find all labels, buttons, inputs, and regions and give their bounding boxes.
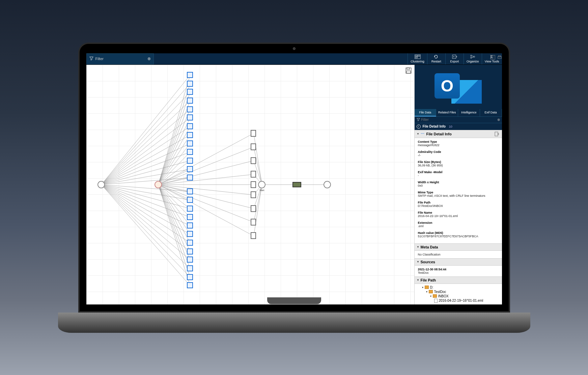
graph-node-hub[interactable] (155, 181, 162, 188)
svg-line-37 (101, 185, 190, 243)
clear-filter-icon[interactable]: ⊗ (497, 118, 500, 122)
graph-node-stack[interactable] (187, 123, 193, 129)
export-button[interactable]: X Export (445, 53, 464, 64)
graph-node-doc[interactable] (251, 130, 256, 137)
restart-button[interactable]: Restart (427, 53, 445, 64)
section-file-detail[interactable]: ▾ ⋯ File Detail Info (415, 130, 502, 138)
graph-node-stack[interactable] (187, 206, 193, 212)
graph-edges (86, 65, 414, 304)
svg-line-47 (158, 109, 190, 184)
tab-exif-data[interactable]: Exif Data (480, 109, 502, 116)
graph-node-device[interactable] (292, 182, 301, 187)
graph-node-doc[interactable] (251, 181, 256, 188)
detail-filter-input[interactable] (421, 118, 496, 122)
tree-label: 2016-04-22-19~16^01-01.eml (439, 299, 483, 302)
laptop-screen: ⊗ Clustering Restart X Export Organi (78, 43, 510, 313)
chevron-down-icon: ▾ (417, 278, 419, 282)
graph-node-stack[interactable] (187, 188, 193, 194)
svg-point-11 (471, 57, 472, 58)
filter-icon (417, 118, 420, 122)
layout-icon[interactable] (491, 55, 495, 60)
tree-row-file[interactable]: 2016-04-22-19~16^01-01.eml (418, 298, 499, 303)
graph-node-stack[interactable] (187, 282, 193, 288)
tab-related-files[interactable]: Related Files (436, 109, 458, 116)
source-timestamp: 2021-12-30 08:54:44 (418, 268, 499, 271)
section-file-path-tree[interactable]: ▾ File Path (415, 276, 502, 284)
svg-line-63 (158, 185, 190, 251)
graph-node-stack[interactable] (187, 197, 193, 203)
clustering-button[interactable]: Clustering (408, 53, 427, 64)
tree-label: D: (430, 286, 433, 289)
graph-node-stack[interactable] (187, 274, 193, 280)
graph-node-stack[interactable] (187, 81, 193, 87)
section-meta-data[interactable]: ▾ Meta Data (415, 243, 502, 251)
svg-line-19 (101, 83, 190, 184)
folder-icon (433, 294, 437, 298)
detail-filter-bar: ⊗ (415, 116, 502, 123)
graph-node-doc[interactable] (251, 219, 256, 225)
tree-row-inbox[interactable]: ▾ INBOX (418, 294, 499, 298)
graph-node-doc[interactable] (251, 191, 256, 198)
svg-line-18 (101, 75, 190, 185)
svg-line-14 (472, 57, 474, 58)
svg-rect-5 (416, 55, 417, 56)
graph-node-doc[interactable] (251, 157, 256, 164)
svg-line-55 (158, 178, 190, 184)
field-width-height: Width x Height 0x0 (418, 181, 499, 187)
graph-node-doc[interactable] (251, 205, 256, 212)
field-hash-md5: Hash value (MD5) 51C07BFBF87C87EEFC7E673… (418, 231, 499, 238)
graph-node-stack[interactable] (187, 257, 193, 263)
tab-file-data[interactable]: File Data (415, 109, 437, 116)
graph-node-stack[interactable] (187, 132, 193, 138)
svg-line-13 (472, 56, 474, 56)
graph-node-stack[interactable] (187, 248, 193, 255)
graph-node-stack[interactable] (187, 175, 193, 181)
graph-node-doc[interactable] (251, 232, 256, 239)
graph-node-right[interactable] (324, 181, 331, 188)
graph-node-stack[interactable] (187, 222, 193, 229)
section-sources[interactable]: ▾ Sources (415, 258, 502, 266)
export-section-icon[interactable] (495, 132, 499, 136)
graph-node-stack[interactable] (187, 240, 193, 246)
graph-node-stack[interactable] (187, 166, 193, 172)
graph-node-stack[interactable] (187, 114, 193, 120)
graph-node-stack[interactable] (187, 106, 193, 112)
section-title: Meta Data (421, 245, 438, 249)
graph-node-stack[interactable] (187, 72, 193, 78)
tree-row-root[interactable]: ▾ D: (418, 285, 499, 290)
chevron-down-icon: ▾ (417, 260, 419, 263)
graph-node-stack[interactable] (187, 265, 193, 271)
right-panel: O File Data Related Files Intelligence E… (414, 65, 502, 304)
svg-line-48 (158, 118, 190, 185)
filter-input[interactable] (95, 57, 145, 61)
print-icon[interactable] (497, 55, 502, 60)
chevron-down-icon: ▾ (426, 290, 427, 293)
organize-button[interactable]: Organize (464, 53, 482, 64)
svg-line-29 (101, 169, 190, 185)
field-mime-type: Mime Type SMTP mail, ASCII text, with CR… (418, 191, 499, 197)
section-title: File Path (421, 278, 436, 282)
svg-line-44 (158, 83, 190, 184)
graph-node-stack[interactable] (187, 231, 193, 237)
svg-line-43 (158, 75, 190, 185)
field-file-path: File Path D:\TestDoc\INBOX (418, 201, 499, 208)
field-extension: Extension .eml (418, 221, 499, 228)
top-toolbar: ⊗ Clustering Restart X Export Organi (86, 53, 502, 65)
tab-intelligence[interactable]: Intelligence (458, 109, 480, 116)
graph-canvas[interactable]: Man (86, 65, 414, 304)
section-title: Sources (421, 260, 435, 264)
clear-filter-icon[interactable]: ⊗ (147, 56, 151, 61)
graph-node-stack[interactable] (187, 98, 193, 104)
graph-node-stack[interactable] (187, 149, 193, 155)
field-content-type: Content Type message/rfc822 (418, 140, 499, 147)
graph-node-stack[interactable] (187, 89, 193, 95)
tree-label: INBOX (438, 294, 449, 298)
graph-node-man[interactable]: Man (258, 181, 265, 188)
graph-node-left[interactable] (97, 181, 105, 188)
graph-node-stack[interactable] (187, 214, 193, 220)
tree-row-testdoc[interactable]: ▾ TestDoc (418, 290, 499, 294)
graph-node-doc[interactable] (251, 171, 256, 178)
graph-node-stack[interactable] (187, 140, 193, 146)
graph-node-doc[interactable] (251, 143, 256, 150)
graph-node-stack[interactable] (187, 158, 193, 164)
